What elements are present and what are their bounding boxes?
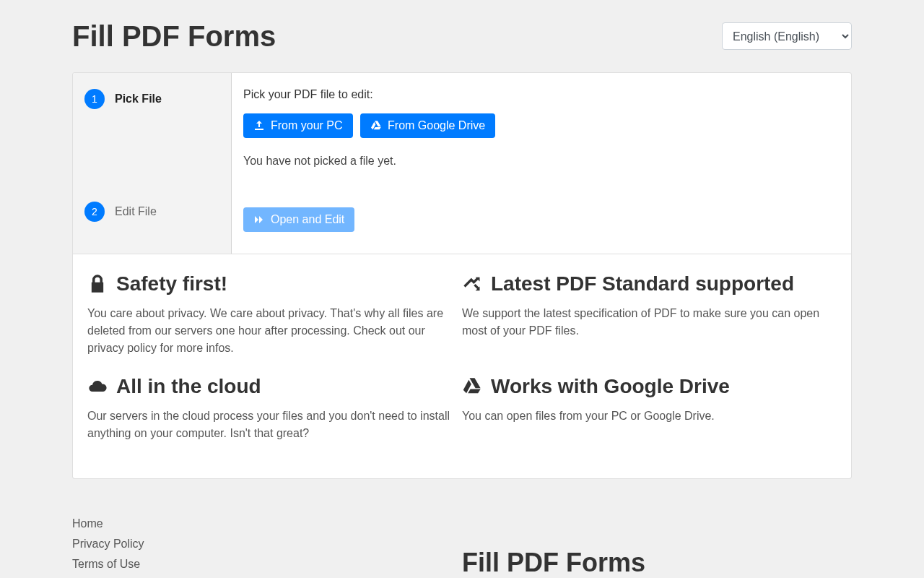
feature-standard-title: Latest PDF Standard supported — [491, 269, 794, 299]
cloud-icon — [87, 376, 108, 397]
feature-standard: Latest PDF Standard supported We support… — [462, 269, 837, 371]
footer-title: Fill PDF Forms — [462, 529, 852, 578]
step-1: 1 Pick File — [84, 86, 222, 112]
open-and-edit-label: Open and Edit — [271, 213, 344, 226]
svg-rect-0 — [255, 129, 263, 130]
footer-link-privacy[interactable]: Privacy Policy — [72, 535, 462, 553]
feature-safety: Safety first! You care about privacy. We… — [87, 269, 462, 371]
page-title: Fill PDF Forms — [72, 14, 276, 58]
step-2-content: Open and Edit — [243, 207, 840, 232]
from-google-drive-button[interactable]: From Google Drive — [360, 113, 495, 138]
google-drive-icon — [370, 120, 382, 131]
step-2-label: Edit File — [115, 203, 157, 220]
step-1-badge: 1 — [84, 89, 105, 109]
step-1-label: Pick File — [115, 90, 162, 108]
open-and-edit-button[interactable]: Open and Edit — [243, 207, 354, 232]
feature-standard-body: We support the latest specification of P… — [462, 305, 829, 340]
lock-icon — [87, 274, 108, 294]
feature-safety-body: You care about privacy. We care about pr… — [87, 305, 455, 357]
feature-cloud-title: All in the cloud — [116, 371, 261, 402]
step-2: 2 Edit File — [84, 199, 222, 225]
double-chevron-icon — [253, 214, 265, 225]
feature-safety-title: Safety first! — [116, 269, 227, 299]
from-pc-label: From your PC — [271, 119, 343, 132]
step-1-content: Pick your PDF file to edit: From your PC — [243, 86, 840, 170]
from-pc-button[interactable]: From your PC — [243, 113, 353, 138]
pick-status: You have not picked a file yet. — [243, 152, 840, 170]
language-select[interactable]: English (English) — [722, 22, 852, 50]
upload-icon — [253, 120, 265, 131]
footer-link-terms[interactable]: Terms of Use — [72, 556, 462, 573]
feature-cloud: All in the cloud Our servers in the clou… — [87, 371, 462, 457]
feature-drive-title: Works with Google Drive — [491, 371, 730, 402]
step-2-badge: 2 — [84, 202, 105, 222]
feature-drive: Works with Google Drive You can open fil… — [462, 371, 837, 457]
feature-cloud-body: Our servers in the cloud process your fi… — [87, 407, 455, 442]
feature-drive-body: You can open files from your PC or Googl… — [462, 407, 829, 425]
steps-sidebar: 1 Pick File 2 Edit File — [73, 73, 232, 254]
pick-prompt: Pick your PDF file to edit: — [243, 86, 840, 103]
footer-links: Home Privacy Policy Terms of Use Contact… — [72, 515, 462, 578]
main-card: 1 Pick File 2 Edit File Pick your PDF fi… — [72, 72, 852, 479]
google-drive-icon — [462, 376, 482, 397]
footer-link-home[interactable]: Home — [72, 515, 462, 532]
from-drive-label: From Google Drive — [388, 119, 485, 132]
shuffle-icon — [462, 274, 482, 294]
